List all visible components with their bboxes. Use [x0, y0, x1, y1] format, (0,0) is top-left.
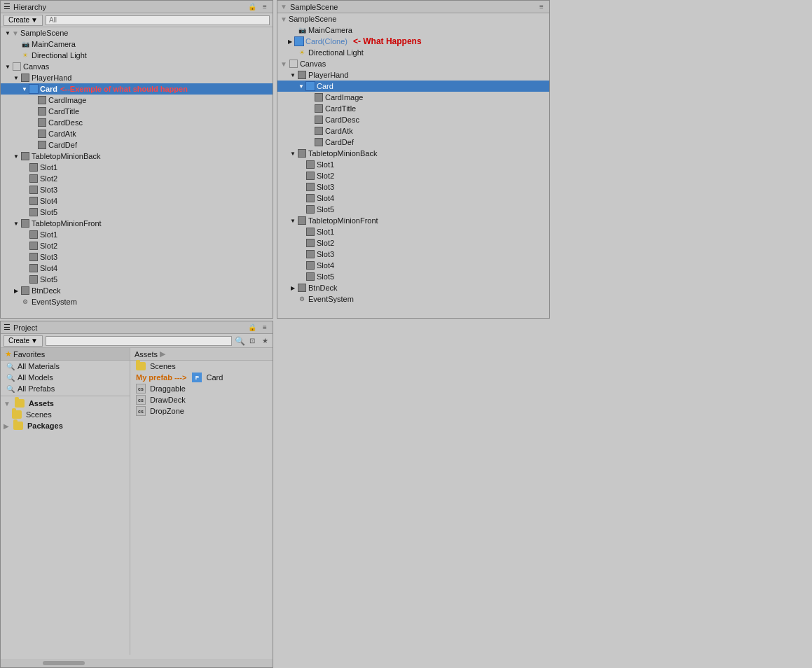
cardclone-arrow[interactable]: [286, 37, 294, 46]
slot2f-right[interactable]: Slot2: [277, 237, 549, 249]
slot5f-right[interactable]: Slot5: [277, 271, 549, 282]
card-item-left[interactable]: Card <--Exemple of what should happen: [1, 83, 273, 95]
slot4f-left[interactable]: Slot4: [1, 263, 273, 274]
slot2b-right[interactable]: Slot2: [277, 170, 549, 181]
packages-tree-item[interactable]: ▶ Packages: [1, 420, 130, 431]
assets-tree-item[interactable]: ▼ Assets: [1, 398, 130, 409]
project-panel: ☰ Project 🔒 ≡ Create ▼ 🔍 ⊡ ★ ★ Favorites…: [0, 321, 273, 668]
scenes-asset-item[interactable]: Scenes: [130, 361, 273, 372]
canvas-arrow[interactable]: [4, 62, 12, 71]
project-create-button[interactable]: Create ▼: [4, 335, 43, 347]
card-item-right[interactable]: Card: [277, 81, 549, 92]
tabletopback-arrow[interactable]: [12, 152, 20, 160]
slot4b-right[interactable]: Slot4: [277, 193, 549, 204]
cardatk-item-right[interactable]: CardAtk: [277, 125, 549, 137]
carddesc-item-left[interactable]: CardDesc: [1, 117, 273, 128]
assets-tree-label: Assets: [29, 399, 54, 408]
project-search-icon[interactable]: 🔍: [235, 336, 245, 346]
cube-icon-slot3b-left: [29, 185, 39, 195]
btndeck-item-right[interactable]: BtnDeck: [277, 282, 549, 293]
slot3f-left[interactable]: Slot3: [1, 251, 273, 263]
slot3b-right[interactable]: Slot3: [277, 181, 549, 193]
project-lock-icon[interactable]: 🔒: [247, 323, 257, 333]
slot1f-right[interactable]: Slot1: [277, 226, 549, 237]
scene-expand-arrow[interactable]: [4, 29, 12, 37]
playerhand-item-left[interactable]: PlayerHand: [1, 72, 273, 83]
divider-left: [1, 396, 130, 396]
slot1b-left[interactable]: Slot1: [1, 162, 273, 173]
tabletopfront-arrow[interactable]: [12, 219, 20, 228]
project-sort-icon[interactable]: ⊡: [247, 336, 257, 346]
carddef-item-right[interactable]: CardDef: [277, 137, 549, 148]
tabletopback-item-left[interactable]: TabletopMinionBack: [1, 151, 273, 162]
cardclone-item-right[interactable]: Card(Clone) <- What Happens: [277, 36, 549, 47]
eventsys-arrow: [12, 298, 20, 306]
maincam-arrow: [12, 40, 20, 48]
all-materials-item[interactable]: 🔍 All Materials: [1, 361, 130, 372]
hierarchy-menu-icon-right[interactable]: ≡: [537, 2, 546, 12]
dropzone-asset-item[interactable]: cs DropZone: [130, 405, 273, 417]
project-body: ★ Favorites 🔍 All Materials 🔍 All Models…: [1, 348, 273, 655]
hierarchy-search-input[interactable]: [46, 15, 270, 25]
canvas-label-right: Canvas: [300, 60, 326, 68]
slot5b-left[interactable]: Slot5: [1, 207, 273, 218]
card-arrow-left[interactable]: [20, 85, 29, 93]
dirlight-arrow: [12, 51, 20, 60]
eventsystem-item-left[interactable]: EventSystem: [1, 296, 273, 307]
carddef-item-left[interactable]: CardDef: [1, 139, 273, 151]
canvas-item-right[interactable]: ▼ Canvas: [277, 58, 549, 69]
playerhand-arrow[interactable]: [12, 74, 20, 82]
slot5f-left[interactable]: Slot5: [1, 274, 273, 285]
canvas-item-left[interactable]: Canvas: [1, 61, 273, 72]
playerhand-item-right[interactable]: PlayerHand: [277, 69, 549, 81]
tabletopfront-label-left: TabletopMinionFront: [32, 219, 102, 228]
slot3f-right[interactable]: Slot3: [277, 249, 549, 260]
scene-root-item-right[interactable]: ▼ SampleScene: [277, 13, 549, 25]
btndeck-item-left[interactable]: BtnDeck: [1, 285, 273, 296]
cardimage-item-left[interactable]: CardImage: [1, 95, 273, 106]
cube-icon-cardtitle-right: [314, 104, 324, 113]
all-prefabs-item[interactable]: 🔍 All Prefabs: [1, 383, 130, 394]
hierarchy-lock-icon[interactable]: 🔒: [247, 2, 257, 12]
project-menu-icon[interactable]: ≡: [260, 323, 270, 333]
project-icon: ☰: [4, 323, 11, 332]
slot3b-left[interactable]: Slot3: [1, 184, 273, 195]
slot5b-right[interactable]: Slot5: [277, 204, 549, 215]
tabletopback-label-right: TabletopMinionBack: [308, 149, 377, 158]
cardtitle-item-right[interactable]: CardTitle: [277, 103, 549, 114]
hierarchy-menu-icon[interactable]: ≡: [260, 2, 270, 12]
maincamera-item-left[interactable]: MainCamera: [1, 39, 273, 50]
dirlight-item-left[interactable]: Directional Light: [1, 50, 273, 61]
cube-icon-tabletopback-left: [20, 151, 30, 161]
project-search-input[interactable]: [46, 336, 232, 346]
dirlight-item-right[interactable]: Directional Light: [277, 47, 549, 58]
cardimage-item-right[interactable]: CardImage: [277, 92, 549, 103]
cardtitle-item-left[interactable]: CardTitle: [1, 106, 273, 117]
hierarchy-create-button[interactable]: Create ▼: [4, 15, 43, 26]
slot2f-left[interactable]: Slot2: [1, 240, 273, 251]
project-star-icon[interactable]: ★: [260, 336, 270, 346]
carddef-arrow: [29, 141, 37, 149]
card-label-left: Card: [40, 85, 57, 93]
tabletopfront-item-left[interactable]: TabletopMinionFront: [1, 218, 273, 229]
eventsystem-item-right[interactable]: EventSystem: [277, 293, 549, 305]
cardatk-item-left[interactable]: CardAtk: [1, 128, 273, 139]
slot1f-left[interactable]: Slot1: [1, 229, 273, 240]
drawdeck-asset-item[interactable]: cs DrawDeck: [130, 394, 273, 405]
scenes-tree-label: Scenes: [26, 410, 52, 419]
slot2b-left[interactable]: Slot2: [1, 173, 273, 184]
tabletopfront-item-right[interactable]: TabletopMinionFront: [277, 215, 549, 226]
slot4b-left[interactable]: Slot4: [1, 195, 273, 207]
btndeck-arrow[interactable]: [12, 286, 20, 295]
draggable-asset-item[interactable]: cs Draggable: [130, 383, 273, 394]
scene-root-item[interactable]: ▼ SampleScene: [1, 27, 273, 39]
dirlight-label-right: Directional Light: [308, 48, 364, 57]
all-models-item[interactable]: 🔍 All Models: [1, 372, 130, 383]
maincamera-item-right[interactable]: MainCamera: [277, 25, 549, 36]
scenes-tree-item[interactable]: Scenes: [1, 409, 130, 420]
slot4f-right[interactable]: Slot4: [277, 260, 549, 271]
slot1b-right[interactable]: Slot1: [277, 159, 549, 170]
card-asset-item[interactable]: My prefab ---> P Card: [130, 372, 273, 383]
carddesc-item-right[interactable]: CardDesc: [277, 114, 549, 125]
tabletopback-item-right[interactable]: TabletopMinionBack: [277, 148, 549, 159]
